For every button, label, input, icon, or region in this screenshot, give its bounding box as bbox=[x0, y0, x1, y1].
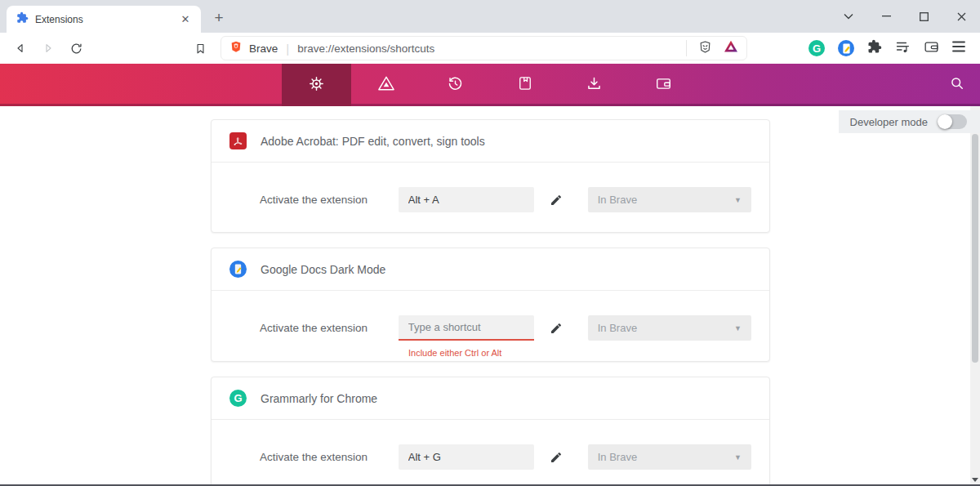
bat-rewards-icon[interactable] bbox=[724, 40, 738, 56]
new-tab-button[interactable]: + bbox=[207, 7, 230, 29]
action-label: Activate the extension bbox=[260, 451, 399, 463]
developer-mode-label: Developer mode bbox=[850, 116, 928, 128]
tab-search-icon[interactable] bbox=[830, 0, 867, 33]
scope-dropdown[interactable]: In Brave ▼ bbox=[588, 187, 751, 212]
extension-card-google-docs-dark-mode: Google Docs Dark Mode Activate the exten… bbox=[211, 247, 770, 362]
reload-icon[interactable] bbox=[64, 36, 88, 60]
scope-dropdown[interactable]: In Brave ▼ bbox=[588, 315, 751, 341]
tab-wallet[interactable] bbox=[629, 64, 698, 106]
book-icon bbox=[517, 75, 533, 95]
back-icon[interactable] bbox=[8, 36, 33, 60]
scrollbar-thumb[interactable] bbox=[972, 134, 978, 363]
scope-value: In Brave bbox=[598, 322, 637, 334]
tab-close-icon[interactable]: ✕ bbox=[178, 12, 193, 27]
playlist-icon[interactable] bbox=[895, 40, 911, 57]
address-brand: Brave bbox=[249, 42, 278, 55]
maximize-button[interactable] bbox=[905, 0, 942, 33]
developer-mode-bar: Developer mode bbox=[839, 110, 980, 133]
edit-pencil-icon[interactable] bbox=[545, 188, 568, 212]
extension-title: Google Docs Dark Mode bbox=[261, 263, 385, 276]
wallet-icon[interactable] bbox=[924, 40, 939, 57]
edit-pencil-icon[interactable] bbox=[545, 445, 568, 470]
toggle-knob bbox=[938, 114, 952, 129]
scope-value: In Brave bbox=[598, 451, 637, 463]
extensions-toolbar bbox=[0, 64, 980, 106]
brave-lion-icon bbox=[229, 39, 243, 57]
search-button[interactable] bbox=[949, 64, 965, 106]
chevron-down-icon: ▼ bbox=[734, 453, 742, 461]
tab-settings[interactable] bbox=[282, 64, 351, 106]
minimize-button[interactable] bbox=[867, 0, 905, 33]
menu-icon[interactable] bbox=[952, 41, 965, 56]
address-url: brave://extensions/shortcuts bbox=[297, 42, 686, 55]
history-icon bbox=[447, 75, 464, 96]
download-icon bbox=[586, 75, 603, 96]
extension-title: Grammarly for Chrome bbox=[261, 392, 377, 405]
tab-bookmarks[interactable] bbox=[490, 64, 559, 106]
forward-icon[interactable] bbox=[36, 36, 60, 60]
address-bar[interactable]: Brave | brave://extensions/shortcuts bbox=[220, 36, 747, 60]
close-window-button[interactable] bbox=[942, 0, 980, 33]
grammarly-icon: G bbox=[229, 390, 247, 407]
tab-rewards[interactable] bbox=[351, 64, 421, 106]
extensions-shortcuts-page: Developer mode Adobe Acrobat: PDF edit, … bbox=[0, 106, 980, 486]
shortcut-input[interactable] bbox=[399, 315, 534, 341]
gear-icon bbox=[308, 75, 325, 96]
extensions-puzzle-icon[interactable] bbox=[867, 39, 882, 57]
extension-card-adobe-acrobat: Adobe Acrobat: PDF edit, convert, sign t… bbox=[211, 119, 770, 233]
bat-triangle-icon bbox=[377, 75, 395, 95]
grammarly-extension-icon[interactable]: G bbox=[808, 40, 825, 56]
adobe-acrobat-icon bbox=[229, 132, 247, 149]
shortcut-error-message: Include either Ctrl or Alt bbox=[408, 348, 751, 358]
extension-title: Adobe Acrobat: PDF edit, convert, sign t… bbox=[261, 135, 485, 148]
shortcut-input[interactable] bbox=[399, 187, 534, 212]
address-separator: | bbox=[286, 42, 289, 56]
tab-downloads[interactable] bbox=[559, 64, 629, 106]
action-label: Activate the extension bbox=[260, 322, 399, 334]
edit-pencil-icon[interactable] bbox=[545, 316, 568, 341]
google-docs-extension-icon[interactable] bbox=[838, 40, 854, 56]
navigation-bar: Brave | brave://extensions/shortcuts G bbox=[0, 33, 980, 64]
bookmark-icon[interactable] bbox=[188, 36, 212, 60]
scope-dropdown[interactable]: In Brave ▼ bbox=[588, 444, 751, 470]
puzzle-icon bbox=[16, 11, 29, 27]
scope-value: In Brave bbox=[598, 194, 637, 206]
brave-shields-icon[interactable] bbox=[698, 39, 712, 58]
chevron-down-icon: ▼ bbox=[734, 196, 742, 204]
search-icon bbox=[949, 75, 965, 95]
tab-strip: Extensions ✕ + bbox=[0, 0, 980, 33]
developer-mode-toggle[interactable] bbox=[938, 114, 967, 129]
page-scrollbar[interactable] bbox=[970, 106, 980, 486]
shortcut-input[interactable] bbox=[399, 444, 534, 470]
tab-title: Extensions bbox=[35, 14, 178, 25]
google-docs-dark-mode-icon bbox=[229, 261, 247, 278]
browser-tab-extensions[interactable]: Extensions ✕ bbox=[7, 6, 201, 33]
extension-card-grammarly: G Grammarly for Chrome Activate the exte… bbox=[211, 377, 770, 486]
action-label: Activate the extension bbox=[260, 194, 399, 206]
wallet-card-icon bbox=[655, 76, 672, 95]
chevron-down-icon: ▼ bbox=[734, 324, 742, 332]
tab-history[interactable] bbox=[421, 64, 490, 106]
scrollbar-down-arrow[interactable] bbox=[970, 478, 980, 482]
